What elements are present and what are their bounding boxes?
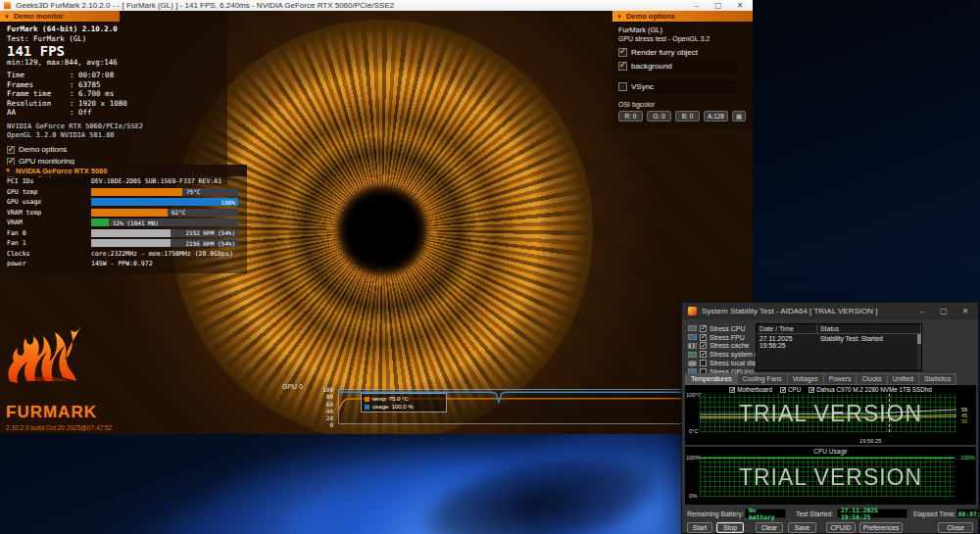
gpu-temp-row: GPU temp 75°C [0,187,247,198]
aida64-window: System Stability Test - AIDA64 [ TRIAL V… [681,302,979,534]
vram-temp-bar: 62°C [91,209,238,217]
fan1-bar: 2156 RPM (54%) [91,239,238,247]
collapse-triangle-icon: ▼ [4,14,10,20]
stat-row-frames: Frames: 63785 [7,80,227,90]
checkbox-demo-options[interactable]: Demo options [7,145,227,156]
y-min-label: 0°C [689,428,699,434]
gpu-usage-bar: 100% [91,198,238,206]
temperature-plot [700,394,956,432]
opengl-line: OpenGL 3.2.0 NVIDIA 581.80 [7,131,227,141]
checkbox-background[interactable]: background [618,60,736,73]
tab-unified[interactable]: Unified [888,373,919,385]
maximize-icon[interactable]: ▢ [708,0,729,11]
minimize-icon[interactable]: – [911,303,933,319]
test-started-value: 27.11.2025 19:56:25 [837,509,907,518]
gpu0-graph-legend: temp: 75.0 °C usage: 100.0 % [361,393,447,413]
vram-row: VRAM 12% (1041 MB) [0,218,247,228]
save-button[interactable]: Save [788,522,816,533]
checkbox-icon [618,82,627,91]
pci-ids-row: PCI IDsDEV:10DE-2D05 SUB:1569-F337 REV:A… [0,176,247,187]
screen: Geeks3D FurMark 2.10.2.0 - - [ FurMark (… [0,0,980,534]
fps-readout: 141 FPS [7,47,227,57]
vram-temp-row: VRAM temp 62°C [0,208,247,218]
scrollbar-thumb[interactable] [917,334,921,344]
clear-button[interactable]: Clear [756,522,783,533]
status-table-header: Date / Time Status [757,324,921,334]
disk-icon [688,361,697,366]
flame-logo-icon [6,326,122,403]
legend-cpu[interactable]: CPU [780,386,801,393]
stop-button[interactable]: Stop [716,522,744,533]
legend-ssd[interactable]: Dahua C970 M.2 2280 NVMe 1TB SSDhd [808,386,932,393]
cpu-usage-graph: CPU Usage 100% 0% 100% TRIAL VERSION [685,447,976,505]
furmark-titlebar[interactable]: Geeks3D FurMark 2.10.2.0 - - [ FurMark (… [0,0,753,11]
gpu-panel-header-label: NVIDIA GeForce RTX 5060 [16,167,108,175]
close-icon[interactable]: ✕ [729,0,751,11]
checkbox-vsync[interactable]: VSync [618,80,736,93]
maximize-icon[interactable]: ▢ [933,303,955,319]
gpu-temp-bar: 75°C [91,188,238,196]
temperature-graph: Motherboard CPU Dahua C970 M.2 2280 NVMe… [685,385,976,445]
temperature-lines [700,394,956,432]
graph-tabs: Temperatures Cooling Fans Voltages Power… [685,373,956,385]
table-scrollbar[interactable] [917,334,921,370]
demo-options-header[interactable]: ▼ Demo options [612,11,753,22]
cpu-icon [688,325,697,331]
gpu-monitor-panel: ▼ NVIDIA GeForce RTX 5060 PCI IDsDEV:10D… [0,165,247,273]
aida64-title: System Stability Test - AIDA64 [ TRIAL V… [702,307,877,316]
power-row: power145W - PPW:0.972 [0,259,247,269]
checkbox-icon [700,334,707,341]
cpu-usage-value: 100% [960,455,975,461]
temp-legend-swatch [365,397,369,402]
furmark-render-area: ▼ Demo monitor FurMark (64-bit) 2.10.2.0… [0,11,753,434]
checkbox-render-furry-object[interactable]: Render furry object [618,46,753,59]
tab-statistics[interactable]: Statistics [919,373,956,385]
start-button[interactable]: Start [687,522,712,533]
battery-value: No battery [745,509,786,518]
elapsed-value: 00:07:13 [956,509,980,518]
furmark-app-icon [4,2,11,9]
fpu-icon [688,334,697,340]
tab-temperatures[interactable]: Temperatures [685,373,738,385]
color-picker-icon[interactable]: ▦ [732,111,746,121]
time-cursor-line [889,394,890,432]
legend-motherboard[interactable]: Motherboard [729,386,772,393]
y-min-label: 0% [689,493,697,499]
test-started-label: Test Started: [796,510,833,517]
tab-cooling-fans[interactable]: Cooling Fans [738,373,788,385]
preferences-button[interactable]: Preferences [859,522,903,533]
furmark-version-line: FurMark (64-bit) 2.10.2.0 [7,24,227,34]
demo-monitor-header[interactable]: ▼ Demo monitor [0,11,120,22]
stat-row-resolution: Resolution: 1920 x 1080 [7,99,227,109]
furmark-window: Geeks3D FurMark 2.10.2.0 - - [ FurMark (… [0,0,753,434]
aida64-titlebar[interactable]: System Stability Test - AIDA64 [ TRIAL V… [682,303,978,319]
cpuid-button[interactable]: CPUID [826,522,856,533]
stat-row-aa: AA: Off [7,108,227,118]
aida64-app-icon [688,307,697,316]
y-max-label: 100% [686,455,701,461]
bgcolor-g-button[interactable]: G: 0 [647,111,671,121]
minimize-icon[interactable]: – [686,0,708,11]
x-axis-time-label: 19:56:25 [859,438,882,444]
demo-options-test-name: FurMark (GL) [618,25,753,34]
gpu0-y-axis: 10080 6040 200 [312,386,333,429]
aida-footer-buttons: Start Stop Clear Save CPUID Preferences … [682,522,978,534]
bgcolor-a-button[interactable]: A:128 [704,111,728,121]
status-log-table[interactable]: Date / Time Status 27.11.2025 19:56:25 S… [756,323,922,371]
tab-powers[interactable]: Powers [824,373,858,385]
furmark-build-version: 2.10.2.0 build Oct 20 2025@07:47:52 [6,424,153,431]
tab-clocks[interactable]: Clocks [857,373,887,385]
close-icon[interactable]: ✕ [955,303,976,319]
gpu-panel-header[interactable]: ▼ NVIDIA GeForce RTX 5060 [0,165,247,176]
close-button[interactable]: Close [938,522,973,533]
osi-bgcolor-label: OSI bgcolor [618,101,753,108]
bgcolor-b-button[interactable]: B: 0 [675,111,700,121]
bgcolor-r-button[interactable]: R: 0 [618,111,643,121]
legend-usage: usage: 100.0 % [365,403,443,411]
stat-row-time: Time: 00:07:08 [7,71,227,80]
demo-monitor-panel: ▼ Demo monitor FurMark (64-bit) 2.10.2.0… [0,11,227,184]
temperature-legend: Motherboard CPU Dahua C970 M.2 2280 NVMe… [685,386,976,393]
furmark-title: Geeks3D FurMark 2.10.2.0 - - [ FurMark (… [16,1,394,10]
checkbox-icon [808,387,814,393]
tab-voltages[interactable]: Voltages [788,373,824,385]
